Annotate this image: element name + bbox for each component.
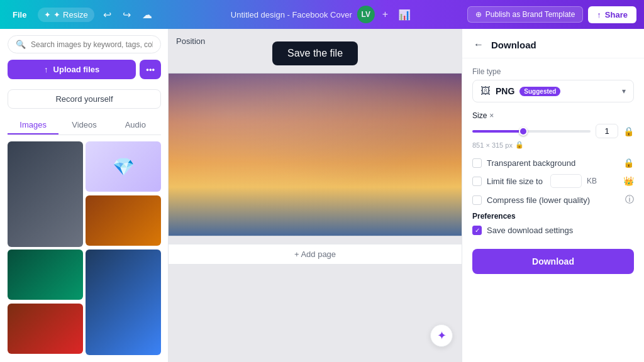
add-collaborator-icon[interactable]: + — [380, 6, 391, 23]
compress-file-label: Compress file (lower quality) — [487, 195, 590, 205]
limit-file-size-checkbox[interactable] — [472, 177, 482, 186]
search-input[interactable] — [31, 40, 153, 49]
upload-files-button[interactable]: ↑ Upload files — [8, 60, 136, 79]
save-tooltip-text: Save the file — [287, 48, 343, 58]
save-settings-row: Save download settings — [472, 226, 634, 235]
file-type-selector[interactable]: 🖼 PNG Suggested ▾ — [472, 80, 634, 102]
share-label: Share — [605, 10, 628, 19]
sidebar-content: 🔍 ↑ Upload files ••• Record yourself Ima… — [0, 29, 169, 362]
transparent-background-row: Transparent background 🔒 — [472, 158, 634, 168]
record-label: Record yourself — [55, 94, 113, 104]
limit-file-size-label: Limit file size to — [487, 177, 543, 186]
limit-crown-icon[interactable]: 👑 — [623, 176, 634, 186]
image-thumbnail[interactable] — [86, 250, 161, 355]
size-row: Size × — [472, 111, 634, 120]
add-page-button[interactable]: + Add page — [169, 244, 462, 265]
file-type-label: File type — [472, 67, 634, 76]
resize-label: ✦ Resize — [53, 10, 87, 19]
upload-label: Upload files — [53, 65, 100, 74]
media-tabs: Images Videos Audio — [8, 116, 161, 135]
publish-label: Publish as Brand Template — [486, 10, 575, 19]
image-thumbnail[interactable]: 💎 — [86, 141, 161, 192]
size-label: Size — [472, 111, 487, 120]
file-type-name: PNG — [496, 86, 514, 96]
limit-unit-label: KB — [587, 177, 597, 185]
analytics-icon[interactable]: 📊 — [396, 6, 413, 23]
limit-file-size-row: Limit file size to KB 👑 — [472, 174, 634, 188]
images-grid: 💎 ⊞ — [8, 141, 161, 356]
topbar-center: Untitled design - Facebook Cover LV + 📊 — [231, 6, 413, 23]
position-label: Position — [176, 36, 205, 46]
resize-button[interactable]: ✦ ✦ Resize — [38, 8, 94, 22]
sparkle-icon: ✦ — [437, 329, 447, 343]
share-icon: ↑ — [597, 10, 601, 19]
size-slider-row: 🔒 — [472, 124, 634, 138]
magic-button[interactable]: ✦ — [430, 324, 453, 347]
cloud-save-icon[interactable]: ☁ — [140, 6, 155, 23]
resize-sparkle-icon: ✦ — [44, 10, 51, 19]
main-layout: 🔍 ↑ Upload files ••• Record yourself Ima… — [0, 29, 644, 362]
publish-icon: ⊕ — [475, 10, 482, 19]
compress-info-icon[interactable]: ⓘ — [625, 194, 634, 206]
user-avatar[interactable]: LV — [357, 6, 375, 23]
canvas-frame[interactable] — [169, 73, 462, 236]
canvas-background — [169, 74, 462, 236]
download-panel: ← Download File type 🖼 PNG Suggested ▾ S… — [462, 29, 644, 362]
png-icon: 🖼 — [480, 85, 491, 97]
transparent-background-checkbox[interactable] — [472, 158, 482, 168]
save-settings-checkbox[interactable] — [472, 226, 482, 235]
publish-brand-template-button[interactable]: ⊕ Publish as Brand Template — [467, 6, 584, 23]
size-dims-lock-icon: 🔒 — [515, 141, 524, 149]
image-thumbnail[interactable] — [8, 141, 83, 247]
record-yourself-button[interactable]: Record yourself — [8, 89, 161, 109]
size-dims-text: 851 × 315 px — [472, 141, 513, 149]
undo-button[interactable]: ↩ — [101, 6, 114, 23]
topbar: File ✦ ✦ Resize ↩ ↪ ☁ Untitled design - … — [0, 0, 644, 29]
size-dimensions: 851 × 315 px 🔒 — [472, 141, 634, 149]
canvas-area: Position Save the file + Add page ✦ — [169, 29, 462, 362]
suggested-badge: Suggested — [519, 87, 560, 96]
limit-file-size-input[interactable] — [550, 174, 582, 188]
transparent-background-label: Transparent background — [487, 158, 575, 168]
size-lock-icon[interactable]: 🔒 — [623, 126, 634, 136]
size-slider-thumb[interactable] — [519, 127, 528, 136]
transparent-info-icon[interactable]: 🔒 — [623, 158, 634, 168]
search-bar[interactable]: 🔍 — [8, 35, 161, 53]
image-thumbnail[interactable] — [86, 195, 161, 246]
upload-icon: ↑ — [44, 65, 48, 74]
add-page-label: + Add page — [294, 250, 336, 259]
search-icon: 🔍 — [16, 40, 26, 49]
panel-header: ← Download — [462, 29, 644, 58]
file-type-chevron-icon: ▾ — [622, 87, 626, 96]
document-title: Untitled design - Facebook Cover — [231, 10, 352, 19]
canvas-clouds — [169, 74, 462, 236]
panel-body: File type 🖼 PNG Suggested ▾ Size × 🔒 851… — [462, 58, 644, 362]
tab-videos[interactable]: Videos — [58, 116, 109, 134]
compress-file-row: Compress file (lower quality) ⓘ — [472, 194, 634, 206]
preferences-label: Preferences — [472, 212, 634, 221]
left-sidebar: 🔍 ↑ Upload files ••• Record yourself Ima… — [0, 29, 169, 362]
tab-images[interactable]: Images — [8, 116, 58, 134]
compress-file-checkbox[interactable] — [472, 195, 482, 205]
tab-audio[interactable]: Audio — [110, 116, 161, 134]
image-thumbnail[interactable] — [8, 250, 83, 300]
size-x-label: × — [489, 111, 494, 120]
share-button[interactable]: ↑ Share — [588, 6, 636, 23]
file-menu-button[interactable]: File — [8, 8, 31, 22]
download-button-label: Download — [532, 256, 574, 266]
size-value-input[interactable] — [596, 124, 618, 138]
save-settings-label: Save download settings — [487, 226, 573, 235]
panel-back-button[interactable]: ← — [472, 38, 485, 52]
panel-title: Download — [491, 40, 536, 50]
topbar-right: ⊕ Publish as Brand Template ↑ Share — [467, 6, 636, 23]
save-tooltip: Save the file — [272, 41, 358, 65]
size-slider[interactable] — [472, 130, 591, 133]
image-thumbnail[interactable] — [8, 304, 83, 354]
more-dots-icon: ••• — [146, 65, 155, 74]
upload-more-options-button[interactable]: ••• — [140, 60, 161, 79]
redo-button[interactable]: ↪ — [120, 6, 133, 23]
download-button[interactable]: Download — [472, 249, 634, 274]
